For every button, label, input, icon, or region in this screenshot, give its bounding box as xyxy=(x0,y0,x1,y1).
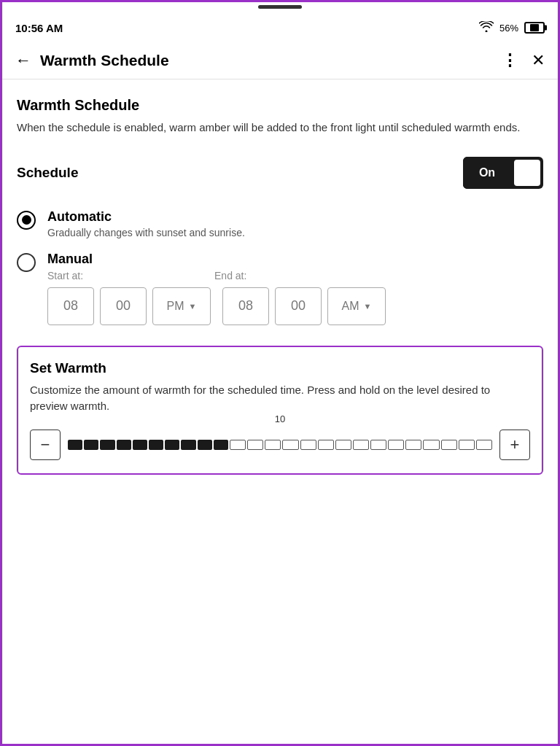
warmth-slider-container: 10 xyxy=(68,430,492,460)
track-segment-25 xyxy=(476,440,492,450)
automatic-option[interactable]: Automatic Gradually changes with sunset … xyxy=(17,209,543,238)
more-options-button[interactable]: ⋮ xyxy=(502,51,518,70)
warmth-schedule-description: When the schedule is enabled, warm amber… xyxy=(17,120,543,136)
track-segment-8 xyxy=(181,440,195,450)
manual-text-group: Manual Start at: End at: 08 00 PM xyxy=(47,252,543,325)
track-segment-22 xyxy=(423,440,439,450)
track-segment-21 xyxy=(405,440,421,450)
automatic-radio-inner xyxy=(22,215,31,225)
warmth-decrease-button[interactable]: − xyxy=(30,430,61,460)
start-minute-input[interactable]: 00 xyxy=(100,287,147,325)
automatic-radio[interactable] xyxy=(17,211,36,230)
track-segment-19 xyxy=(370,440,386,450)
close-button[interactable]: ✕ xyxy=(532,51,545,70)
track-segment-11 xyxy=(230,440,246,450)
toggle-on-label: On xyxy=(463,157,511,189)
time-pickers-row: 08 00 PM ▼ 08 00 AM xyxy=(47,287,543,325)
main-content: Warmth Schedule When the schedule is ena… xyxy=(2,79,558,489)
track-segment-2 xyxy=(84,440,98,450)
track-segment-14 xyxy=(282,440,298,450)
mode-radio-group: Automatic Gradually changes with sunset … xyxy=(17,209,543,325)
track-segment-15 xyxy=(300,440,316,450)
warmth-description: Customize the amount of warmth for the s… xyxy=(30,382,530,415)
start-hour-input[interactable]: 08 xyxy=(47,287,94,325)
start-period-arrow: ▼ xyxy=(189,302,197,311)
warmth-slider-row: − 10 + xyxy=(30,430,530,460)
status-bar: 10:56 AM 56% xyxy=(2,10,558,42)
automatic-text-group: Automatic Gradually changes with sunset … xyxy=(47,209,543,238)
track-segment-24 xyxy=(459,440,475,450)
start-at-label: Start at: xyxy=(47,270,83,281)
end-hour-input[interactable]: 08 xyxy=(222,287,269,325)
start-period-select[interactable]: PM ▼ xyxy=(152,287,211,325)
track-segment-6 xyxy=(149,440,163,450)
end-minute-input[interactable]: 00 xyxy=(275,287,322,325)
schedule-toggle[interactable]: On xyxy=(463,157,543,189)
track-segment-18 xyxy=(353,440,369,450)
track-segment-5 xyxy=(133,440,147,450)
manual-option[interactable]: Manual Start at: End at: 08 00 PM xyxy=(17,252,543,325)
start-time-group: 08 00 PM ▼ xyxy=(47,287,211,325)
end-period-select[interactable]: AM ▼ xyxy=(327,287,386,325)
handle-bar xyxy=(258,5,302,9)
end-at-label: End at: xyxy=(214,270,246,281)
status-right: 56% xyxy=(479,21,545,34)
manual-time-section: Start at: End at: 08 00 PM ▼ xyxy=(47,270,543,325)
track-segment-13 xyxy=(265,440,281,450)
warmth-slider-track[interactable] xyxy=(68,430,492,460)
automatic-label: Automatic xyxy=(47,209,543,225)
set-warmth-box: Set Warmth Customize the amount of warmt… xyxy=(17,346,543,475)
schedule-row: Schedule On xyxy=(17,157,543,189)
start-period-value: PM xyxy=(167,300,184,313)
back-button[interactable]: ← xyxy=(15,53,31,69)
track-segment-16 xyxy=(318,440,334,450)
wifi-icon xyxy=(479,21,494,34)
track-segment-3 xyxy=(100,440,114,450)
track-segment-4 xyxy=(117,440,131,450)
status-time: 10:56 AM xyxy=(15,22,63,34)
battery-icon xyxy=(524,22,545,34)
page-title: Warmth Schedule xyxy=(40,52,502,69)
schedule-label: Schedule xyxy=(17,165,78,181)
track-segment-1 xyxy=(68,440,82,450)
track-segment-23 xyxy=(441,440,457,450)
end-period-arrow: ▼ xyxy=(364,302,372,311)
track-segment-17 xyxy=(335,440,351,450)
track-segment-10 xyxy=(214,440,228,450)
track-segment-12 xyxy=(247,440,263,450)
toggle-off-block xyxy=(514,160,540,186)
track-segment-9 xyxy=(198,440,212,450)
battery-percentage: 56% xyxy=(499,23,518,34)
manual-label: Manual xyxy=(47,252,543,267)
track-segment-20 xyxy=(388,440,404,450)
track-segment-7 xyxy=(165,440,179,450)
end-time-group: 08 00 AM ▼ xyxy=(222,287,386,325)
warmth-value-label: 10 xyxy=(269,413,291,424)
manual-radio[interactable] xyxy=(17,253,36,272)
nav-bar: ← Warmth Schedule ⋮ ✕ xyxy=(2,42,558,79)
warmth-title: Set Warmth xyxy=(30,360,530,376)
warmth-increase-button[interactable]: + xyxy=(499,430,530,460)
top-handle xyxy=(2,2,558,10)
battery-fill xyxy=(530,24,539,31)
automatic-sublabel: Gradually changes with sunset and sunris… xyxy=(47,227,543,238)
warmth-schedule-title: Warmth Schedule xyxy=(17,97,543,114)
nav-actions: ⋮ ✕ xyxy=(502,51,545,70)
end-period-value: AM xyxy=(342,300,359,313)
